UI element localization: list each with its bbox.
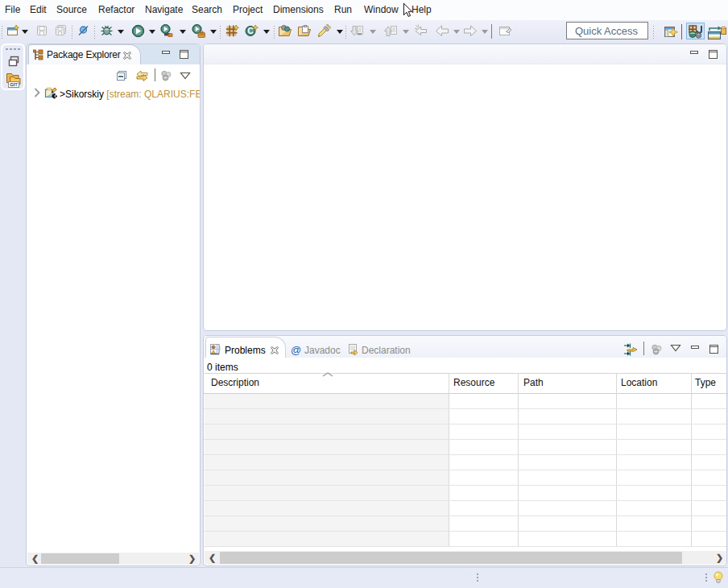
svg-text:GIT: GIT — [10, 82, 18, 87]
svg-text:C: C — [247, 27, 253, 35]
